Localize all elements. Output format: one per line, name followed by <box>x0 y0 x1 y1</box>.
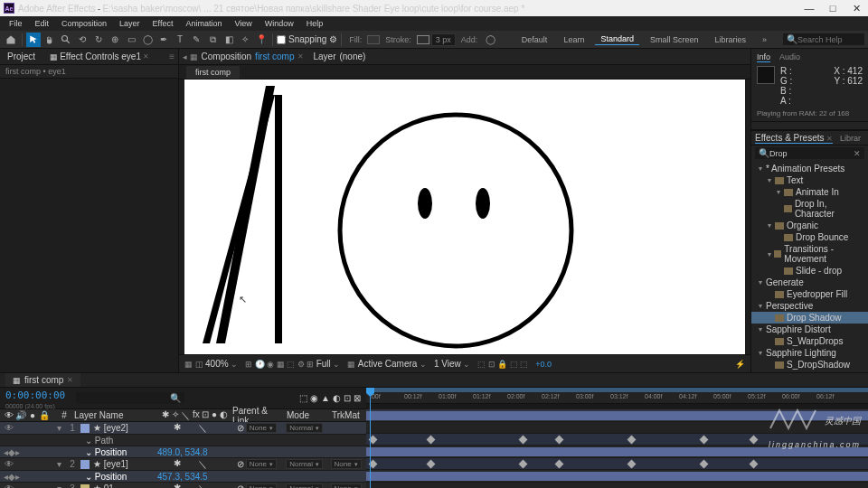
effects-tree[interactable]: ▾* Animation Presets▾Text▾Animate InDrop… <box>751 161 868 372</box>
tab-project[interactable]: Project <box>4 50 39 63</box>
tree-item[interactable]: S_DropShadow <box>751 359 868 371</box>
maximize-button[interactable]: □ <box>825 3 841 14</box>
playhead[interactable] <box>370 388 371 488</box>
ws-libraries[interactable]: Libraries <box>709 34 751 45</box>
view-opts[interactable]: ⬚ ⊡ 🔒 ⬚ ⬚ <box>477 360 528 369</box>
help-search-input[interactable] <box>797 35 861 44</box>
clone-tool[interactable]: ⧉ <box>205 33 220 47</box>
tab-info[interactable]: Info <box>757 52 770 62</box>
property-row[interactable]: ◂◆▸⌄ Position489.0, 534.8 <box>0 446 366 458</box>
tree-item[interactable]: ▾Animate In <box>751 186 868 198</box>
tl-opt-icon[interactable]: ◉ <box>310 393 318 403</box>
layer-search-input[interactable] <box>80 393 170 403</box>
property-track[interactable] <box>366 422 868 434</box>
tree-item[interactable]: ▾Text <box>751 174 868 186</box>
tl-opt-icon[interactable]: ▲ <box>321 393 330 403</box>
menu-view[interactable]: View <box>229 18 257 29</box>
roto-tool[interactable]: ✧ <box>238 33 252 47</box>
comp-breadcrumb[interactable]: first comp <box>186 66 240 79</box>
res-dropdown[interactable]: ⊞ 🕐 ◉ ▦ ⬚ ⚙ ⊞ Full ⌄ <box>245 359 340 369</box>
layer-row[interactable]: 👁▾1★ [eye2]✱＼⊘ NoneNormal <box>0 422 366 435</box>
stroke-swatch[interactable] <box>417 35 429 44</box>
tree-item[interactable]: ▾Sapphire Lighting <box>751 347 868 359</box>
ws-standard[interactable]: Standard <box>595 33 639 45</box>
tab-audio[interactable]: Audio <box>779 52 800 62</box>
property-row[interactable]: ◂◆▸⌄ Position457.3, 534.5 <box>0 471 366 483</box>
fill-swatch[interactable] <box>367 35 380 44</box>
tl-opt-icon[interactable]: ◐ <box>333 393 341 403</box>
ws-more[interactable]: » <box>757 34 772 45</box>
views-dropdown[interactable]: 1 View ⌄ <box>434 359 470 369</box>
eraser-tool[interactable]: ◧ <box>222 33 236 47</box>
orbit-tool[interactable]: ⟲ <box>75 33 90 47</box>
fast-preview-icon[interactable]: ⚡ <box>735 360 745 369</box>
hand-tool[interactable] <box>42 33 57 47</box>
timeline-tab[interactable]: ▦ first comp ✕ <box>5 373 80 387</box>
ws-learn[interactable]: Learn <box>558 34 590 45</box>
tab-effect-controls[interactable]: ▦ Effect Controls eye1 ✕ <box>46 50 153 63</box>
add-menu[interactable]: ◯ <box>483 33 497 47</box>
menu-animation[interactable]: Animation <box>180 18 227 29</box>
tree-item[interactable]: Eyedropper Fill <box>751 288 868 300</box>
tree-item[interactable]: Slide - drop <box>751 265 868 277</box>
tree-item[interactable]: ▾Organic <box>751 220 868 231</box>
ws-small[interactable]: Small Screen <box>645 34 704 45</box>
minimize-button[interactable]: — <box>801 3 817 14</box>
help-search[interactable]: 🔍 <box>783 33 864 45</box>
tree-item[interactable]: ▾Perspective <box>751 300 868 312</box>
menu-effect[interactable]: Effect <box>147 18 179 29</box>
layer-row[interactable]: 👁▾2★ [eye1]✱＼⊘ NoneNormalNone <box>0 458 366 471</box>
anchor-tool[interactable]: ⊕ <box>108 33 122 47</box>
puppet-tool[interactable]: 📍 <box>254 33 269 47</box>
stroke-width[interactable]: 3 px <box>431 33 456 46</box>
track-row[interactable] <box>366 470 868 483</box>
time-ruler[interactable]: :00f00:12f01:00f01:12f02:00f02:12f03:00f… <box>366 388 868 404</box>
tl-opt-icon[interactable]: ⊡ <box>344 393 351 403</box>
camera-dropdown[interactable]: ▦ Active Camera ⌄ <box>347 359 427 369</box>
tree-item[interactable]: Drop Shadow <box>751 312 868 324</box>
exposure[interactable]: +0.0 <box>535 360 552 369</box>
property-track[interactable] <box>366 458 868 470</box>
tab-layer[interactable]: Layer (none) <box>313 52 365 61</box>
mag-dropdown[interactable]: ▦ ◫ 400% ⌄ <box>184 359 238 369</box>
tree-item[interactable]: Drop In, Character <box>751 198 868 220</box>
effects-search[interactable]: 🔍 ✕ <box>755 147 864 159</box>
layer-row[interactable]: 👁▾3★ 01✱＼⊘ NoneNormalNone <box>0 483 366 488</box>
menu-layer[interactable]: Layer <box>114 18 146 29</box>
effects-search-input[interactable] <box>769 149 851 158</box>
menu-edit[interactable]: Edit <box>30 18 55 29</box>
menu-window[interactable]: Window <box>259 18 299 29</box>
rotate-tool[interactable]: ↻ <box>91 33 106 47</box>
tree-item[interactable]: ▾Sapphire Distort <box>751 324 868 335</box>
home-icon[interactable] <box>4 33 18 47</box>
tree-item[interactable]: ▾Generate <box>751 277 868 288</box>
clear-search-icon[interactable]: ✕ <box>854 149 861 158</box>
pen-tool[interactable]: ✒ <box>156 33 171 47</box>
brush-tool[interactable]: ✎ <box>189 33 203 47</box>
close-button[interactable]: ✕ <box>848 3 864 14</box>
menu-help[interactable]: Help <box>301 18 329 29</box>
rect-tool[interactable]: ▭ <box>124 33 138 47</box>
tab-libraries[interactable]: Librar <box>840 134 861 143</box>
property-track[interactable] <box>366 483 868 488</box>
tree-item[interactable]: S_WarpDrops <box>751 335 868 347</box>
ws-default[interactable]: Default <box>516 34 553 45</box>
tree-item[interactable]: ▾* Animation Presets <box>751 163 868 174</box>
type-tool[interactable]: T <box>173 33 187 47</box>
snapping-toggle[interactable]: Snapping ⚙ <box>277 34 337 44</box>
preview-panel-collapsed[interactable] <box>751 122 868 130</box>
menu-composition[interactable]: Composition <box>56 18 112 29</box>
ellipse-tool[interactable]: ◯ <box>140 33 155 47</box>
track-row[interactable] <box>366 446 868 458</box>
tab-effects[interactable]: Effects & Presets ✕ <box>755 133 833 144</box>
panel-menu-icon[interactable]: ≡ <box>169 52 175 61</box>
selection-tool[interactable] <box>26 33 41 47</box>
tl-opt-icon[interactable]: ⊠ <box>354 393 361 403</box>
layer-search[interactable]: 🔍 <box>76 392 184 404</box>
tab-composition[interactable]: ◂ ▦ Composition first comp ✕ <box>183 52 304 61</box>
composition-viewer[interactable]: ↖ <box>179 80 750 354</box>
menu-file[interactable]: File <box>4 18 28 29</box>
tree-item[interactable]: ▾Transitions - Movement <box>751 243 868 265</box>
track-row[interactable] <box>366 409 868 422</box>
current-timecode[interactable]: 0:00:00:00 <box>0 388 71 403</box>
